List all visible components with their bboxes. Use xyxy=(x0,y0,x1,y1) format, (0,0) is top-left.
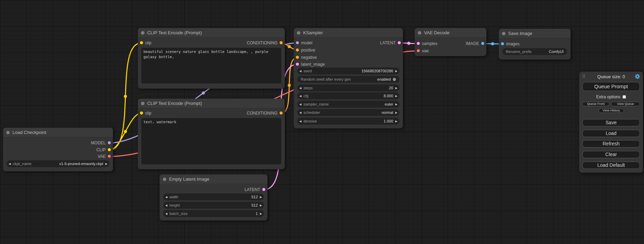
collapse-dot-icon[interactable] xyxy=(163,178,166,181)
save-button[interactable]: Save xyxy=(582,119,640,126)
node-load-checkpoint[interactable]: Load Checkpoint MODEL CLIP VAE ◀ ckpt_na… xyxy=(3,128,113,171)
output-label: CONDITIONING xyxy=(247,110,277,117)
widget-ckpt-name[interactable]: ◀ ckpt_name v1-5-pruned-emaonly.ckpt ▶ xyxy=(7,160,109,167)
widget-value: 512 xyxy=(178,195,258,199)
node-title: Load Checkpoint xyxy=(12,130,46,135)
node-title-bar[interactable]: Save Image xyxy=(499,29,571,38)
wire-midpoint-dot xyxy=(124,95,127,98)
collapse-dot-icon[interactable] xyxy=(502,32,505,35)
queue-prompt-button[interactable]: Queue Prompt xyxy=(582,82,640,91)
widget-value: 8.000 xyxy=(309,94,393,98)
clip-input-slot[interactable] xyxy=(140,111,143,115)
widget-width[interactable]: ◀ width 512 ▶ xyxy=(163,193,264,200)
latent-image-input-slot[interactable] xyxy=(296,63,299,66)
clip-input-slot[interactable] xyxy=(140,41,143,44)
conditioning-output-slot[interactable] xyxy=(280,111,283,115)
node-vae-decode[interactable]: VAE Decode samples IMAGE vae xyxy=(415,28,486,56)
node-title-bar[interactable]: CLIP Text Encode (Prompt) xyxy=(138,99,285,108)
widget-value: enabled xyxy=(351,77,391,81)
positive-input-slot[interactable] xyxy=(296,48,299,52)
increment-arrow-icon[interactable]: ▶ xyxy=(393,103,399,106)
node-empty-latent-image[interactable]: Empty Latent Image LATENT ◀ width 512 ▶ … xyxy=(160,174,267,220)
widget-label: cfg xyxy=(303,94,309,98)
queue-front-button[interactable]: Queue Front xyxy=(582,102,609,106)
latent-output-slot[interactable] xyxy=(262,188,265,191)
image-output-slot[interactable] xyxy=(481,42,484,45)
vae-output-slot[interactable] xyxy=(108,155,111,158)
node-title-bar[interactable]: Empty Latent Image xyxy=(160,174,267,184)
decrement-arrow-icon[interactable]: ◀ xyxy=(297,111,303,114)
node-clip-text-encode-negative[interactable]: CLIP Text Encode (Prompt) clip CONDITION… xyxy=(138,99,285,169)
queue-size-label: Queue size: 0 xyxy=(579,74,643,79)
prompt-text-input[interactable]: beautiful scenery nature glass bottle la… xyxy=(141,48,281,83)
clip-output-slot[interactable] xyxy=(108,148,111,151)
samples-input-slot[interactable] xyxy=(417,42,420,45)
refresh-button[interactable]: Refresh xyxy=(582,140,640,147)
increment-arrow-icon[interactable]: ▶ xyxy=(393,94,399,98)
view-queue-button[interactable]: View Queue xyxy=(611,102,640,106)
widget-random-seed[interactable]: Random seed after every gen enabled xyxy=(297,76,399,83)
node-save-image[interactable]: Save Image images filename_prefix ComfyU… xyxy=(499,29,571,60)
images-input-slot[interactable] xyxy=(501,42,504,45)
increment-arrow-icon[interactable]: ▶ xyxy=(258,212,264,215)
widget-denoise[interactable]: ◀ denoise 1.000 ▶ xyxy=(297,118,399,125)
decrement-arrow-icon[interactable]: ◀ xyxy=(297,120,303,123)
increment-arrow-icon[interactable]: ▶ xyxy=(258,204,264,207)
collapse-dot-icon[interactable] xyxy=(418,31,421,35)
decrement-arrow-icon[interactable]: ◀ xyxy=(163,196,169,199)
prompt-text-input[interactable]: text, watermark xyxy=(141,118,281,164)
decrement-arrow-icon[interactable]: ◀ xyxy=(297,103,303,106)
model-output-slot[interactable] xyxy=(108,141,111,144)
extra-options-checkbox[interactable] xyxy=(623,95,626,99)
decrement-arrow-icon[interactable]: ◀ xyxy=(297,87,303,90)
collapse-dot-icon[interactable] xyxy=(6,131,10,134)
vae-input-slot[interactable] xyxy=(417,49,420,52)
node-title-bar[interactable]: KSampler xyxy=(294,28,403,38)
view-history-button[interactable]: View History xyxy=(599,108,624,113)
model-input-slot[interactable] xyxy=(296,41,299,44)
node-title-bar[interactable]: Load Checkpoint xyxy=(3,128,113,137)
widget-value: 1.000 xyxy=(317,119,393,123)
settings-gear-icon[interactable] xyxy=(635,74,640,79)
increment-arrow-icon[interactable]: ▶ xyxy=(103,162,109,165)
collapse-dot-icon[interactable] xyxy=(297,31,300,35)
node-title-bar[interactable]: CLIP Text Encode (Prompt) xyxy=(138,28,285,38)
load-button[interactable]: Load xyxy=(582,130,640,137)
collapse-dot-icon[interactable] xyxy=(141,31,144,35)
node-clip-text-encode-positive[interactable]: CLIP Text Encode (Prompt) clip CONDITION… xyxy=(138,28,285,89)
node-title: Save Image xyxy=(508,31,532,36)
decrement-arrow-icon[interactable]: ◀ xyxy=(297,94,303,98)
widget-scheduler[interactable]: ◀ scheduler normal ▶ xyxy=(297,109,399,116)
conditioning-output-slot[interactable] xyxy=(280,41,283,44)
increment-arrow-icon[interactable]: ▶ xyxy=(393,70,399,73)
widget-steps[interactable]: ◀ steps 20 ▶ xyxy=(297,84,399,91)
increment-arrow-icon[interactable]: ▶ xyxy=(393,87,399,90)
widget-value: euler xyxy=(329,102,393,106)
load-default-button[interactable]: Load Default xyxy=(582,162,640,169)
widget-height[interactable]: ◀ height 512 ▶ xyxy=(163,202,264,209)
decrement-arrow-icon[interactable]: ◀ xyxy=(297,70,303,73)
node-ksampler[interactable]: KSampler model LATENT positive negative … xyxy=(294,28,403,128)
widget-cfg[interactable]: ◀ cfg 8.000 ▶ xyxy=(297,92,399,99)
toggle-dot-icon[interactable] xyxy=(393,78,396,81)
increment-arrow-icon[interactable]: ▶ xyxy=(393,111,399,114)
widget-sampler-name[interactable]: ◀ sampler_name euler ▶ xyxy=(297,101,399,108)
widget-filename-prefix[interactable]: filename_prefix ComfyUI xyxy=(502,48,567,55)
negative-input-slot[interactable] xyxy=(296,56,299,59)
widget-label: sampler_name xyxy=(303,102,329,106)
decrement-arrow-icon[interactable]: ◀ xyxy=(7,162,13,165)
output-label: CONDITIONING xyxy=(247,39,277,46)
widget-batch-size[interactable]: ◀ batch_size 1 ▶ xyxy=(163,210,264,217)
collapse-dot-icon[interactable] xyxy=(141,102,144,105)
latent-output-slot[interactable] xyxy=(398,41,401,44)
node-title-bar[interactable]: VAE Decode xyxy=(415,28,486,38)
widget-label: denoise xyxy=(303,119,317,123)
decrement-arrow-icon[interactable]: ◀ xyxy=(163,212,169,215)
widget-seed[interactable]: ◀ seed 156680208700286 ▶ xyxy=(297,67,399,74)
increment-arrow-icon[interactable]: ▶ xyxy=(258,196,264,199)
decrement-arrow-icon[interactable]: ◀ xyxy=(163,204,169,207)
widget-value: ComfyUI xyxy=(532,49,564,54)
output-label: VAE xyxy=(98,153,106,160)
increment-arrow-icon[interactable]: ▶ xyxy=(393,120,399,123)
clear-button[interactable]: Clear xyxy=(582,151,640,158)
